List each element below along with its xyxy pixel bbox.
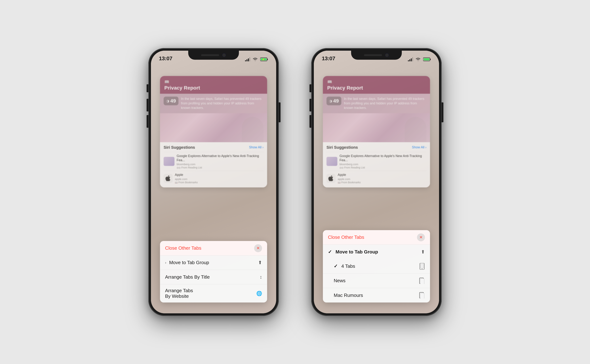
external-link-icon: ⬆ (258, 260, 262, 265)
siri-section: Siri Suggestions Show All › Google Explo… (160, 142, 267, 188)
show-all-link-2[interactable]: Show All › (412, 145, 426, 149)
svg-rect-19 (420, 279, 424, 284)
card-title-2: Privacy Report (327, 85, 426, 91)
mac-rumours-label: Mac Rumours (334, 292, 363, 298)
suggestion-thumb-1 (164, 157, 174, 166)
svg-point-17 (422, 268, 422, 269)
background-image-area (160, 113, 267, 142)
phone-frame-2: 13:07 (311, 48, 442, 316)
speaker (201, 54, 219, 56)
close-button-2[interactable]: ✕ (417, 233, 425, 241)
safari-card: 📖 Privacy Report ◑ 49 In the last seven … (160, 76, 267, 188)
svg-rect-21 (420, 293, 424, 299)
signal-icon (245, 57, 250, 61)
tabs-4-item[interactable]: ✓ 4 Tabs (323, 259, 430, 273)
safari-card-2: 📖 Privacy Report ◑ 49 In the last seven … (323, 76, 430, 188)
tabs-4-label: 4 Tabs (341, 263, 355, 269)
bookmark-domain-2: apple.com (338, 177, 426, 181)
siri-title: Siri Suggestions (164, 145, 195, 150)
arrange-title-item[interactable]: Arrange Tabs By Title ↕ (160, 270, 267, 284)
svg-rect-14 (424, 58, 429, 60)
power-button-2 (442, 102, 443, 122)
move-tab-group-item-2[interactable]: ✓ Move to Tab Group ⬆ (323, 245, 430, 259)
apple-logo-2 (327, 174, 335, 183)
card-title: Privacy Report (164, 85, 263, 91)
svg-rect-10 (411, 58, 412, 61)
news-label: News (334, 278, 346, 284)
move-tab-left-2: ✓ Move to Tab Group (328, 249, 378, 255)
suggestion-item-1[interactable]: Google Explores Alternative to Apple's N… (164, 152, 263, 171)
arrange-title-label: Arrange Tabs By Title (165, 274, 210, 280)
phone-screen-2: 13:07 (314, 51, 439, 313)
svg-rect-1 (247, 59, 247, 61)
power-button (279, 102, 281, 122)
tabs-4-left: ✓ 4 Tabs (334, 263, 355, 269)
context-menu-1: Close Other Tabs ✕ › Move to Tab Group ⬆… (160, 241, 267, 302)
mac-rumours-item[interactable]: Mac Rumours (323, 288, 430, 302)
phone-frame: 13:07 (148, 48, 279, 316)
show-all-link[interactable]: Show All › (249, 145, 263, 149)
camera-2 (385, 53, 389, 57)
child-silhouette (242, 117, 263, 142)
volume-up-button (147, 99, 148, 111)
apple-icon-2 (328, 175, 334, 182)
bookmark-title-1: Apple (175, 173, 263, 177)
notch (188, 51, 239, 60)
volume-down-button (147, 115, 148, 128)
suggestion-title-1: Google Explores Alternative to Apple's N… (177, 154, 263, 162)
context-menu-2: Close Other Tabs ✕ ✓ Move to Tab Group ⬆… (323, 230, 430, 302)
silent-switch (147, 84, 148, 92)
checkmark-icon: ✓ (328, 249, 332, 255)
bookmark-text-1: Apple apple.com 📖 From Bookmarks (175, 173, 263, 184)
volume-down-button-2 (309, 115, 311, 128)
siri-title-2: Siri Suggestions (327, 145, 358, 150)
bookmark-domain-1: apple.com (175, 177, 263, 181)
notch-2 (351, 51, 402, 60)
apple-icon (165, 175, 171, 182)
background-image-area-2 (323, 113, 430, 142)
speaker-2 (364, 54, 382, 56)
suggestion-item-2[interactable]: Google Explores Alternative to Apple's N… (327, 152, 426, 171)
status-icons-2 (408, 57, 431, 62)
card-body: ◑ 49 In the last seven days, Safari has … (160, 94, 267, 142)
suggestion-domain-2: bloomberg.com (340, 163, 426, 166)
move-tab-left: › Move to Tab Group (165, 260, 209, 265)
bookmark-item-2[interactable]: Apple apple.com 📖 From Bookmarks (327, 171, 426, 185)
move-tab-label: Move to Tab Group (169, 260, 209, 265)
status-icons: ⚡ (245, 57, 268, 62)
move-tab-group-item[interactable]: › Move to Tab Group ⬆ (160, 255, 267, 270)
tracker-count: 49 (170, 98, 176, 104)
close-other-tabs-item[interactable]: Close Other Tabs ✕ (160, 241, 267, 255)
globe-icon: 🌐 (256, 291, 262, 296)
siri-section-2: Siri Suggestions Show All › Google Explo… (323, 142, 430, 188)
arrange-website-label: Arrange Tabs By Website (165, 288, 193, 299)
svg-rect-13 (430, 59, 431, 60)
svg-rect-11 (412, 57, 413, 61)
close-other-tabs-item-2[interactable]: Close Other Tabs ✕ (323, 230, 430, 245)
news-item[interactable]: News (323, 273, 430, 288)
external-link-icon-2: ⬆ (421, 249, 425, 255)
wifi-icon-2 (415, 57, 421, 62)
sort-icon: ↕ (260, 274, 262, 280)
privacy-text: In the last seven days, Safari has preve… (181, 97, 263, 110)
card-body-2: ◑ 49 In the last seven days, Safari has … (323, 94, 430, 142)
close-button[interactable]: ✕ (254, 244, 262, 252)
suggestion-title-2: Google Explores Alternative to Apple's N… (340, 154, 426, 162)
arrange-website-item[interactable]: Arrange Tabs By Website 🌐 (160, 284, 267, 302)
bookmark-text-2: Apple apple.com 📖 From Bookmarks (338, 173, 426, 184)
move-tab-label-2: Move to Tab Group (335, 249, 378, 255)
status-time-2: 13:07 (322, 55, 335, 62)
svg-rect-2 (248, 58, 249, 61)
tracker-badge-2: ◑ 49 (327, 97, 341, 105)
svg-rect-0 (245, 60, 246, 61)
child-silhouette-2 (405, 117, 426, 142)
bookmark-title-2: Apple (338, 173, 426, 177)
bookmark-source-2: 📖 From Bookmarks (338, 181, 426, 184)
card-header: 📖 Privacy Report (160, 76, 267, 94)
chevron-icon: › (165, 260, 166, 265)
bookmark-item-1[interactable]: Apple apple.com 📖 From Bookmarks (164, 171, 263, 185)
svg-rect-9 (409, 59, 410, 61)
tracker-badge: ◑ 49 (164, 97, 178, 105)
phone-screen: 13:07 (151, 51, 276, 313)
svg-rect-16 (421, 264, 424, 268)
